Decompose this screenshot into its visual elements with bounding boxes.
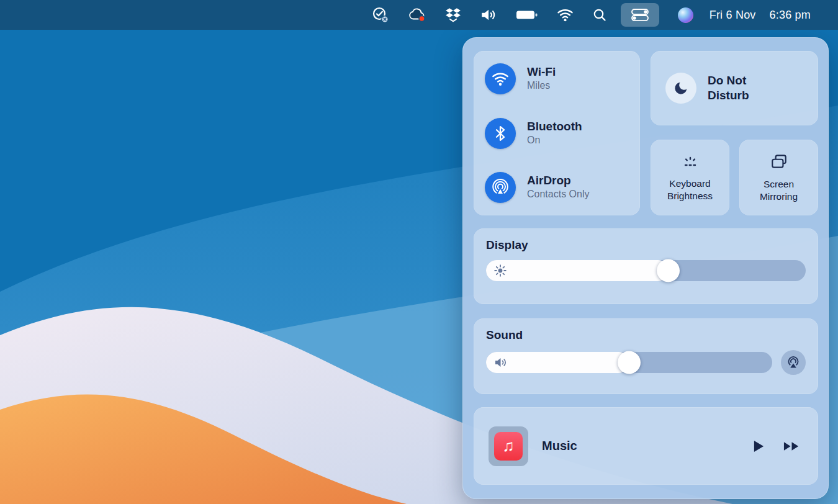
- spotlight-search-icon[interactable]: [592, 7, 607, 22]
- bluetooth-status: On: [527, 134, 582, 147]
- airdrop-toggle-icon[interactable]: [485, 172, 516, 203]
- bluetooth-label: Bluetooth: [527, 120, 582, 134]
- sound-volume-slider[interactable]: [486, 352, 772, 373]
- do-not-disturb-label: Do Not Disturb: [708, 73, 768, 103]
- display-module: Display: [474, 228, 818, 304]
- bluetooth-toggle-icon[interactable]: [485, 118, 516, 149]
- airdrop-label: AirDrop: [527, 174, 589, 188]
- display-brightness-slider[interactable]: [486, 260, 806, 281]
- keyboard-brightness-module[interactable]: Keyboard Brightness: [651, 140, 729, 215]
- battery-icon[interactable]: [516, 9, 538, 21]
- sound-slider-knob[interactable]: [618, 351, 641, 374]
- cloud-sync-icon[interactable]: [408, 7, 426, 23]
- speaker-icon: [493, 356, 508, 369]
- dropbox-icon[interactable]: [445, 7, 461, 22]
- display-slider-knob[interactable]: [657, 259, 680, 282]
- fast-forward-button[interactable]: [783, 440, 801, 452]
- airdrop-status: Contacts Only: [527, 188, 589, 201]
- music-module: ♫ Music: [474, 407, 818, 485]
- screen-mirroring-icon: [770, 153, 788, 173]
- do-not-disturb-module[interactable]: Do Not Disturb: [651, 51, 818, 125]
- music-app-icon: ♫: [494, 432, 523, 461]
- wifi-label: Wi-Fi: [527, 65, 556, 79]
- keyboard-brightness-label: Keyboard Brightness: [664, 178, 717, 202]
- moon-icon[interactable]: [665, 73, 696, 104]
- screen-mirroring-label: Screen Mirroring: [754, 178, 804, 203]
- wifi-icon[interactable]: [557, 8, 574, 22]
- control-center-icon[interactable]: [621, 3, 659, 27]
- menu-bar-date[interactable]: Fri 6 Nov: [710, 9, 756, 22]
- wifi-status: Miles: [527, 79, 556, 92]
- sound-module: Sound: [474, 318, 818, 394]
- siri-icon[interactable]: [678, 7, 693, 23]
- sound-title: Sound: [486, 328, 806, 342]
- menu-bar: Fri 6 Nov 6:36 pm: [0, 0, 838, 30]
- bluetooth-row[interactable]: Bluetooth On: [485, 118, 629, 149]
- wifi-toggle-icon[interactable]: [485, 63, 516, 94]
- screen-mirroring-module[interactable]: Screen Mirroring: [739, 140, 818, 215]
- menu-bar-time[interactable]: 6:36 pm: [770, 9, 811, 22]
- control-center-panel: Wi-Fi Miles Bluetooth On: [462, 37, 829, 499]
- airdrop-row[interactable]: AirDrop Contacts Only: [485, 172, 629, 203]
- brightness-sun-icon: [493, 264, 507, 277]
- play-button[interactable]: [752, 439, 764, 453]
- airplay-audio-button[interactable]: [781, 350, 806, 375]
- network-module: Wi-Fi Miles Bluetooth On: [474, 51, 640, 215]
- volume-icon[interactable]: [480, 7, 497, 22]
- music-artwork: ♫: [489, 426, 528, 466]
- keyboard-brightness-icon: [679, 153, 701, 172]
- music-title: Music: [542, 439, 577, 453]
- task-check-icon[interactable]: [372, 6, 389, 24]
- display-title: Display: [486, 238, 806, 252]
- wifi-row[interactable]: Wi-Fi Miles: [485, 63, 629, 94]
